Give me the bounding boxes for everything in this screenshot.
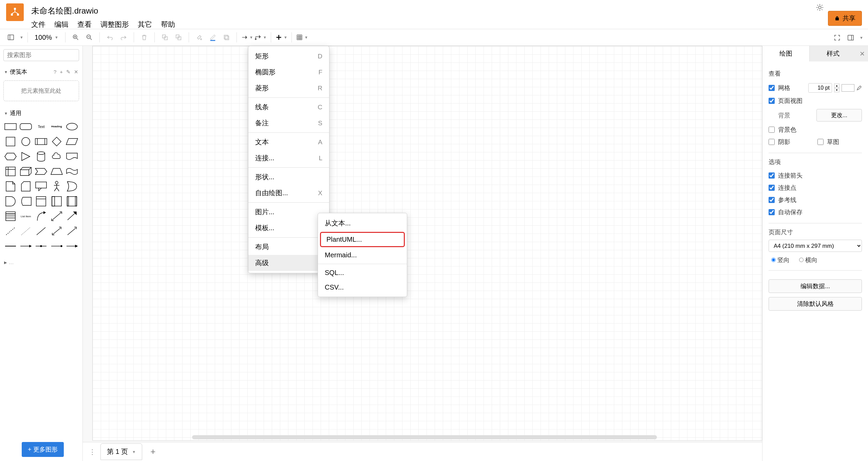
panel-tab-style[interactable]: 样式	[809, 46, 856, 61]
menu-item[interactable]: 自由绘图...X	[248, 185, 329, 201]
edit-data-button[interactable]: 编辑数据...	[769, 279, 862, 293]
canvas[interactable]: ⋮ 第 1 页▼ + 矩形D椭圆形F菱形R线条C备注S文本A连接...L形状..…	[83, 46, 762, 461]
menu-arrange[interactable]: 调整图形	[100, 20, 129, 29]
shape-dotted[interactable]	[19, 224, 33, 238]
shape-dashed[interactable]	[3, 224, 17, 238]
collapsed-section[interactable]: ▶...	[3, 258, 79, 269]
sketch-checkbox[interactable]	[817, 139, 824, 145]
shape-cylinder[interactable]	[34, 150, 48, 163]
menu-item[interactable]: 高级▶	[248, 255, 329, 271]
shape-link-dot[interactable]	[50, 239, 63, 253]
shape-roundrect[interactable]	[19, 120, 33, 133]
shape-link-arrow[interactable]	[65, 239, 79, 253]
submenu-item[interactable]: SQL...	[318, 265, 407, 280]
shape-diamond[interactable]	[50, 135, 63, 148]
add-page-button[interactable]: +	[147, 446, 159, 457]
menu-file[interactable]: 文件	[31, 20, 45, 29]
line-color-button[interactable]	[207, 31, 219, 43]
menu-item[interactable]: 布局▶	[248, 239, 329, 255]
shape-trapezoid[interactable]	[50, 165, 63, 178]
shape-or[interactable]	[65, 180, 79, 193]
shape-parallelogram[interactable]	[65, 135, 79, 148]
canvas-page[interactable]	[92, 46, 762, 441]
theme-toggle-icon[interactable]	[816, 3, 824, 12]
shape-triangle[interactable]	[19, 150, 33, 163]
shape-list[interactable]	[3, 209, 17, 223]
menu-item[interactable]: 矩形D	[248, 48, 329, 64]
shape-bidir-arrow[interactable]	[50, 209, 63, 223]
shape-step[interactable]	[34, 165, 48, 178]
shape-process[interactable]	[34, 135, 48, 148]
page-tab-1[interactable]: 第 1 页▼	[100, 443, 142, 460]
shape-text[interactable]: Text	[34, 120, 48, 133]
search-input[interactable]	[7, 52, 86, 59]
fullscreen-button[interactable]	[831, 32, 843, 44]
redo-button[interactable]	[117, 31, 130, 43]
delete-button[interactable]	[138, 31, 150, 43]
menu-item[interactable]: 线条C	[248, 99, 329, 115]
shape-ellipse[interactable]	[65, 120, 79, 133]
grid-size-down[interactable]: ▼	[834, 88, 839, 92]
autosave-checkbox[interactable]	[769, 209, 775, 215]
shape-heading[interactable]: Heading	[50, 120, 63, 133]
document-title[interactable]: 未命名绘图.drawio	[31, 3, 175, 18]
shape-link-thin[interactable]	[34, 239, 48, 253]
shape-note[interactable]	[3, 180, 17, 193]
chevron-down-icon[interactable]: ▼	[20, 35, 23, 39]
shape-container[interactable]	[34, 195, 48, 208]
clear-style-button[interactable]: 清除默认风格	[769, 297, 862, 311]
change-bg-button[interactable]: 更改...	[816, 109, 862, 122]
menu-item[interactable]: 形状...	[248, 169, 329, 185]
shadow-checkbox[interactable]	[769, 139, 775, 145]
to-front-button[interactable]	[159, 31, 171, 43]
shape-listitem[interactable]: List Item	[19, 209, 33, 223]
to-back-button[interactable]	[172, 31, 185, 43]
pageview-checkbox[interactable]	[769, 98, 775, 104]
shape-rect[interactable]	[3, 120, 17, 133]
zoom-in-button[interactable]	[70, 31, 82, 43]
menu-item[interactable]: 菱形R	[248, 80, 329, 96]
submenu-item[interactable]: PlantUML...	[320, 232, 405, 247]
shape-datastore[interactable]	[19, 195, 33, 208]
close-icon[interactable]: ✕	[74, 69, 78, 75]
zoom-control[interactable]: 100%▼	[32, 34, 61, 41]
waypoint-style-button[interactable]: ▼	[254, 31, 267, 43]
grid-size-up[interactable]: ▲	[834, 84, 839, 88]
pages-menu-icon[interactable]: ⋮	[89, 448, 96, 456]
grid-size-input[interactable]	[808, 83, 832, 93]
submenu-item[interactable]: 从文本...	[318, 215, 407, 231]
page-size-select[interactable]: A4 (210 mm x 297 mm)	[769, 240, 862, 252]
shape-document[interactable]	[65, 150, 79, 163]
menu-item[interactable]: 图片...	[248, 204, 329, 220]
shape-hframe[interactable]	[65, 195, 79, 208]
shadow-button[interactable]	[220, 31, 232, 43]
shape-circle[interactable]	[19, 135, 33, 148]
shape-and[interactable]	[3, 195, 17, 208]
conn-point-checkbox[interactable]	[769, 185, 775, 191]
shape-callout[interactable]	[34, 180, 48, 193]
undo-button[interactable]	[104, 31, 116, 43]
bgcolor-checkbox[interactable]	[769, 127, 775, 133]
add-icon[interactable]: +	[60, 69, 63, 75]
shape-tape[interactable]	[65, 165, 79, 178]
shape-frame[interactable]	[50, 195, 63, 208]
shape-search[interactable]	[3, 49, 79, 61]
shape-line[interactable]	[34, 224, 48, 238]
pencil-icon[interactable]	[856, 85, 862, 91]
edit-icon[interactable]: ✎	[66, 69, 71, 75]
shape-arrow-thin[interactable]	[65, 224, 79, 238]
shape-cube[interactable]	[19, 165, 33, 178]
conn-arrow-checkbox[interactable]	[769, 172, 775, 179]
shape-square[interactable]	[3, 135, 17, 148]
shape-link-half[interactable]	[19, 239, 33, 253]
general-section[interactable]: ▼通用	[3, 106, 79, 120]
share-button[interactable]: 共享	[828, 11, 862, 26]
submenu-item[interactable]: CSV...	[318, 280, 407, 295]
format-panel-toggle[interactable]	[845, 32, 857, 44]
chevron-down-icon[interactable]: ▼	[860, 36, 863, 40]
help-icon[interactable]: ?	[54, 69, 56, 75]
submenu-item[interactable]: Mermaid...	[318, 248, 407, 262]
shape-bidir-thin[interactable]	[50, 224, 63, 238]
panel-tab-draw[interactable]: 绘图	[762, 46, 809, 61]
menu-item[interactable]: 模板...	[248, 220, 329, 236]
